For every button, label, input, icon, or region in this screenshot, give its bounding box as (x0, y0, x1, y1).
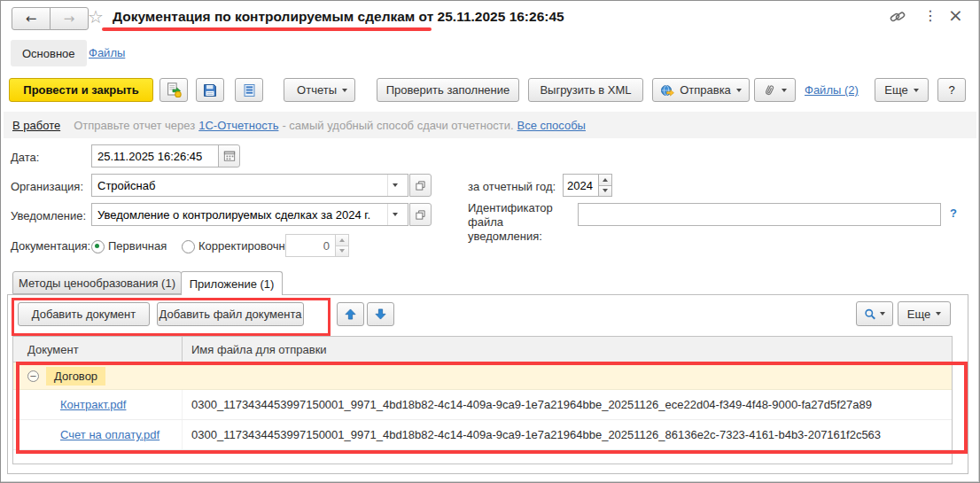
documentation-label: Документация: (11, 239, 90, 253)
toolbar-more-label: Еще (884, 83, 907, 97)
radio-primary[interactable] (91, 240, 105, 253)
add-file-button[interactable]: Добавить файл документа (157, 302, 304, 326)
file-name-cell: 0300_1173434453997150001_9971_4bd18b82-4… (183, 428, 952, 441)
file-id-help-link[interactable]: ? (950, 206, 957, 220)
notice-text-before: Отправьте отчет через (74, 119, 195, 132)
send-icon (660, 83, 674, 97)
notification-label: Уведомление: (11, 209, 86, 222)
favorite-star-icon[interactable]: ☆ (88, 6, 104, 27)
year-step-up-icon[interactable] (598, 174, 612, 186)
file-id-label: Идентификатор файла уведомления: (468, 201, 579, 244)
tab-pricing-methods-label: Методы ценообразования (1) (19, 277, 175, 290)
send-label: Отправка (680, 83, 731, 97)
notification-dropdown-icon[interactable] (387, 204, 402, 225)
check-fill-button[interactable]: Проверить заполнение (377, 78, 519, 102)
save-icon (203, 83, 217, 97)
tab-attachment[interactable]: Приложение (1) (181, 271, 283, 295)
arrow-down-icon (375, 308, 386, 320)
add-document-button[interactable]: Добавить документ (18, 302, 150, 326)
post-document-button[interactable] (159, 78, 188, 102)
year-step-down-icon[interactable] (598, 185, 612, 198)
radio-primary-label[interactable]: Первичная (108, 239, 167, 253)
app-window: ← → ☆ Документация по контролируемым сде… (0, 0, 980, 483)
document-link[interactable]: Контракт.pdf (60, 398, 126, 411)
notification-value: Уведомление о контролируемых сделках за … (97, 208, 370, 222)
document-register-icon (243, 83, 256, 97)
save-button[interactable] (196, 78, 224, 102)
notice-1c-reporting-link[interactable]: 1С-Отчетность (198, 119, 278, 132)
back-icon: ← (26, 11, 37, 27)
arrow-up-icon (345, 308, 356, 320)
help-button[interactable]: ? (937, 78, 966, 102)
reports-button[interactable]: Отчеты (284, 78, 355, 102)
forward-icon: → (64, 11, 75, 27)
date-label: Дата: (11, 151, 39, 164)
page-title: Документация по контролируемым сделкам о… (113, 9, 564, 25)
correction-number-stepper (335, 234, 349, 257)
search-options-caret-icon (880, 312, 885, 316)
more-menu-icon[interactable]: ⋮ (923, 7, 937, 24)
notice-text-mid: - самый удобный способ сдачи отчетности. (282, 119, 513, 132)
commandbar-more-button[interactable]: Еще (898, 301, 951, 326)
date-value: 25.11.2025 16:26:45 (97, 150, 202, 163)
organization-value: Стройснаб (97, 179, 155, 192)
correction-number-value: 0 (323, 239, 330, 253)
file-name-cell: 0300_1173434453997150001_9971_4bd18b82-4… (183, 398, 952, 411)
close-icon[interactable]: × (948, 4, 963, 26)
toolbar-more-button[interactable]: Еще (875, 78, 929, 102)
date-calendar-button[interactable] (218, 144, 240, 167)
export-xml-button[interactable]: Выгрузить в XML (528, 78, 643, 102)
tab-main[interactable]: Основное (11, 40, 87, 66)
search-options-button[interactable] (856, 301, 893, 326)
notice-all-ways-link[interactable]: Все способы (517, 119, 586, 132)
tab-files[interactable]: Файлы (89, 46, 125, 59)
search-icon (864, 308, 876, 321)
file-id-input[interactable] (578, 203, 941, 226)
radio-corrective-label[interactable]: Корректировочная (198, 239, 298, 253)
attachments-button[interactable] (754, 78, 796, 102)
document-register-button[interactable] (235, 78, 263, 102)
forward-button[interactable]: → (50, 7, 89, 30)
paperclip-icon (763, 83, 776, 97)
files-count-link[interactable]: Файлы (2) (805, 83, 859, 97)
column-header-filename[interactable]: Имя файла для отправки (183, 343, 952, 356)
report-year-field[interactable]: 2024 (563, 174, 599, 197)
back-button[interactable]: ← (12, 7, 51, 30)
status-in-progress-link[interactable]: В работе (12, 119, 60, 132)
organization-open-button[interactable] (409, 174, 432, 197)
commandbar-more-label: Еще (907, 308, 930, 321)
send-button[interactable]: Отправка (652, 78, 750, 102)
get-link-icon[interactable] (890, 9, 906, 25)
open-form-icon (415, 180, 426, 191)
post-and-close-label: Провести и закрыть (23, 83, 138, 97)
column-header-document[interactable]: Документ (13, 337, 183, 362)
organization-field[interactable]: Стройснаб (91, 174, 408, 197)
organization-dropdown-icon[interactable] (387, 175, 402, 196)
reports-caret-icon (342, 89, 347, 92)
report-year-stepper[interactable] (598, 174, 612, 197)
tab-pricing-methods[interactable]: Методы ценообразования (1) (12, 271, 182, 294)
collapse-group-icon[interactable]: − (27, 370, 39, 382)
reports-label: Отчеты (297, 83, 337, 97)
group-row-contract[interactable]: − Договор (13, 362, 952, 390)
move-up-button[interactable] (337, 302, 364, 326)
notification-field[interactable]: Уведомление о контролируемых сделках за … (91, 203, 408, 226)
correction-step-up-icon (335, 234, 349, 246)
annotation-title-underline (102, 27, 432, 31)
post-and-close-button[interactable]: Провести и закрыть (9, 78, 153, 102)
tab-attachment-label: Приложение (1) (190, 277, 275, 291)
nav-history-group: ← → (12, 7, 89, 30)
date-field[interactable]: 25.11.2025 16:26:45 (91, 144, 219, 167)
notification-open-button[interactable] (409, 203, 432, 226)
table-row[interactable]: Счет на оплату.pdf 0300_1173434453997150… (13, 420, 952, 450)
organization-label: Организация: (11, 180, 83, 193)
add-document-label: Добавить документ (32, 308, 136, 321)
check-fill-label: Проверить заполнение (386, 83, 509, 97)
table-row[interactable]: Контракт.pdf 0300_1173434453997150001_99… (13, 390, 952, 420)
move-down-button[interactable] (367, 302, 394, 326)
commandbar-more-caret-icon (936, 312, 941, 316)
report-year-value: 2024 (567, 179, 593, 192)
add-file-label: Добавить файл документа (159, 308, 302, 321)
document-link[interactable]: Счет на оплату.pdf (60, 428, 159, 441)
radio-corrective[interactable] (182, 240, 195, 253)
